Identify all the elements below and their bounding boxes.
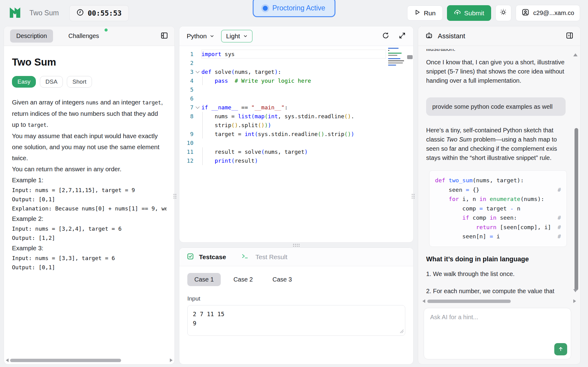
fold-chevron-icon[interactable] bbox=[196, 69, 200, 73]
upload-cloud-icon bbox=[454, 9, 461, 17]
testcase-input[interactable]: 2 7 11 15 9 bbox=[187, 305, 405, 336]
expand-icon bbox=[399, 32, 406, 40]
case-tabs: Case 1Case 2Case 3 bbox=[187, 273, 405, 286]
code-line[interactable]: 1import sys bbox=[179, 50, 413, 59]
proctoring-badge: Proctoring Active bbox=[253, 0, 335, 17]
code-line[interactable]: 8 nums = list(map(int, sys.stdin.readlin… bbox=[179, 112, 413, 121]
main-layout: Description Challenges Two Sum EasyDSASh… bbox=[0, 26, 588, 366]
chat-horizontal-scrollbar[interactable] bbox=[422, 299, 577, 304]
testcase-header: Testcase Test Result bbox=[179, 248, 413, 266]
code-editor-card: Python Light 1import sys23def solve(nums… bbox=[179, 26, 414, 243]
code-line[interactable]: 2 bbox=[179, 59, 413, 67]
line-number: 5 bbox=[179, 85, 193, 94]
example-line: Input: nums = [3,2,4], target = 6 bbox=[12, 224, 166, 233]
assistant-header: Assistant bbox=[418, 26, 580, 46]
code-line[interactable]: 4 pass # Write your logic here bbox=[179, 76, 413, 85]
line-number bbox=[179, 121, 193, 130]
assistant-code-line: if comp in seen:# bbox=[435, 213, 561, 223]
left-panel-resize-handle[interactable] bbox=[174, 194, 176, 199]
resize-corner-icon[interactable] bbox=[400, 329, 404, 335]
badge-dsa: DSA bbox=[40, 76, 63, 88]
tab-description[interactable]: Description bbox=[10, 29, 53, 43]
proctoring-label: Proctoring Active bbox=[272, 4, 325, 12]
assistant-message-line: seen so far and checking if the compleme… bbox=[426, 144, 567, 153]
code-line[interactable]: 6 bbox=[179, 94, 413, 103]
line-number: 7 bbox=[179, 103, 193, 112]
theme-select[interactable]: Light bbox=[221, 30, 253, 43]
case-tab-1[interactable]: Case 1 bbox=[187, 273, 221, 286]
input-label: Input bbox=[187, 295, 405, 302]
code-line[interactable]: 5 bbox=[179, 85, 413, 94]
editor-scrollbar-thumb[interactable] bbox=[407, 55, 413, 59]
case-tab-3[interactable]: Case 3 bbox=[265, 273, 299, 286]
scroll-left-arrow-icon[interactable] bbox=[422, 299, 425, 303]
assistant-chat[interactable]: illustration: Once I know that, I can gi… bbox=[418, 46, 580, 298]
assistant-title: Assistant bbox=[438, 32, 465, 40]
editor-toolbar: Python Light bbox=[179, 26, 413, 46]
run-button[interactable]: Run bbox=[407, 6, 443, 21]
test-result-tab[interactable]: Test Result bbox=[255, 253, 287, 261]
assistant-message: Once I know that, I can give you a short… bbox=[426, 58, 567, 85]
description-panel: Description Challenges Two Sum EasyDSASh… bbox=[4, 26, 175, 365]
code-line[interactable]: 10 bbox=[179, 138, 413, 147]
language-select[interactable]: Python bbox=[187, 32, 214, 40]
example-label: Example 2: bbox=[12, 213, 166, 224]
play-icon bbox=[414, 9, 420, 17]
code-line[interactable]: strip().split())) bbox=[179, 121, 413, 130]
clock-icon bbox=[76, 9, 84, 18]
assistant-message-line: Here’s a tiny, self-contained Python ske… bbox=[426, 126, 567, 135]
problem-badges: EasyDSAShort bbox=[12, 76, 166, 88]
code-line[interactable]: 9 target = int(sys.stdin.readline().stri… bbox=[179, 130, 413, 138]
assistant-subheading: What it’s doing in plain language bbox=[426, 255, 567, 263]
proctoring-dot-icon bbox=[263, 6, 268, 11]
code-lines: 1import sys23def solve(nums, target):4 p… bbox=[179, 50, 413, 165]
description-horizontal-scrollbar[interactable] bbox=[5, 358, 173, 362]
code-line[interactable]: 7if __name__ == "__main__": bbox=[179, 103, 413, 112]
editor-column: Python Light 1import sys23def solve(nums… bbox=[179, 26, 414, 365]
collapse-panel-left-button[interactable] bbox=[160, 32, 168, 40]
reset-code-button[interactable] bbox=[382, 32, 389, 40]
example-line: Input: nums = [2,7,11,15], target = 9 bbox=[12, 186, 166, 195]
ai-hint-input[interactable] bbox=[424, 308, 571, 342]
example-line: Output: [0,1] bbox=[12, 263, 166, 272]
code-line[interactable]: 11 result = solve(nums, target) bbox=[179, 147, 413, 156]
scroll-right-arrow-icon[interactable] bbox=[170, 358, 173, 362]
minimap[interactable] bbox=[388, 48, 405, 82]
code-editor[interactable]: 1import sys23def solve(nums, target):4 p… bbox=[179, 46, 413, 242]
chat-scrollbar-thumb[interactable] bbox=[575, 128, 578, 290]
theme-value: Light bbox=[226, 32, 240, 40]
collapse-panel-right-button[interactable] bbox=[566, 32, 574, 40]
ai-hint-input-card bbox=[424, 308, 571, 359]
theme-toggle-button[interactable] bbox=[495, 5, 511, 21]
app-logo-icon bbox=[9, 6, 21, 20]
chevron-down-icon bbox=[243, 32, 248, 40]
chevron-down-icon bbox=[210, 32, 214, 40]
scroll-up-arrow-icon[interactable] bbox=[573, 53, 578, 56]
send-button[interactable] bbox=[554, 343, 567, 355]
scroll-right-arrow-icon[interactable] bbox=[573, 299, 576, 303]
fold-chevron-icon[interactable] bbox=[196, 105, 200, 109]
assistant-code-line: seen[n] = i# bbox=[435, 232, 561, 241]
timer-badge: 00:55:53 bbox=[69, 5, 129, 21]
run-label: Run bbox=[424, 9, 436, 17]
scroll-down-arrow-icon[interactable] bbox=[573, 289, 578, 292]
badge-easy: Easy bbox=[12, 76, 36, 88]
scroll-left-arrow-icon[interactable] bbox=[6, 358, 9, 362]
line-number: 3 bbox=[179, 67, 193, 76]
assistant-code-line: for i, n in enumerate(nums): bbox=[435, 195, 561, 204]
code-line[interactable]: 12 print(result) bbox=[179, 156, 413, 165]
scrollbar-thumb[interactable] bbox=[10, 359, 121, 362]
submit-button[interactable]: Submit bbox=[447, 5, 491, 21]
scrollbar-thumb[interactable] bbox=[427, 300, 511, 303]
case-tab-2[interactable]: Case 2 bbox=[226, 273, 260, 286]
user-account-chip[interactable]: c29@...xam.co bbox=[516, 5, 580, 21]
user-message-bubble: provide some python code examples as wel… bbox=[426, 97, 566, 116]
vertical-resize-handle[interactable] bbox=[179, 243, 414, 248]
testcase-tab[interactable]: Testcase bbox=[199, 253, 226, 261]
line-number: 8 bbox=[179, 112, 193, 121]
fullscreen-button[interactable] bbox=[399, 32, 406, 40]
assistant-panel: Assistant illustration: Once I know that… bbox=[418, 26, 581, 365]
robot-icon bbox=[425, 31, 433, 41]
tab-challenges[interactable]: Challenges bbox=[62, 29, 105, 43]
code-line[interactable]: 3def solve(nums, target): bbox=[179, 67, 413, 76]
